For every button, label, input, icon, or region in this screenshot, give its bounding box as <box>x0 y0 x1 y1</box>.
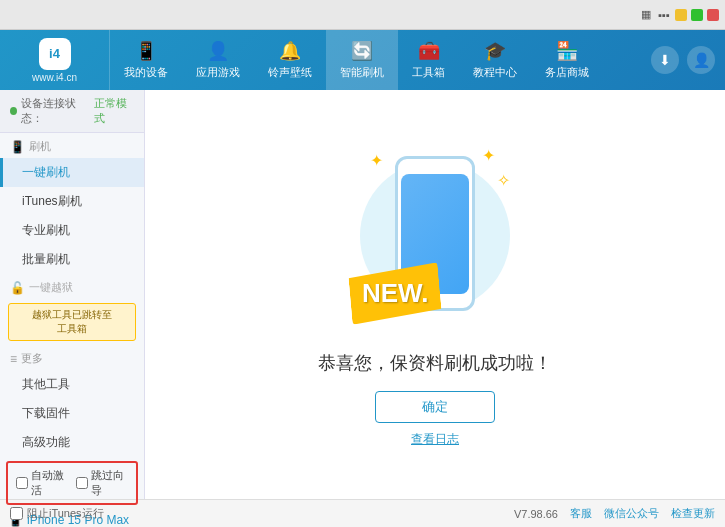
status-bar-right: V7.98.66 客服 微信公众号 检查更新 <box>514 506 715 521</box>
status-mode: 正常模式 <box>94 96 134 126</box>
new-badge: NEW. <box>348 262 442 325</box>
sidebar-section-flash: 📱 刷机 一键刷机 iTunes刷机 专业刷机 批量刷机 <box>0 133 144 274</box>
flash-section-label: 刷机 <box>29 139 51 154</box>
sidebar-section-flash-header: 📱 刷机 <box>0 133 144 158</box>
close-btn[interactable] <box>707 9 719 21</box>
sidebar-item-download-fw[interactable]: 下载固件 <box>0 399 144 428</box>
view-log-link[interactable]: 查看日志 <box>411 431 459 448</box>
device-status: 设备连接状态： 正常模式 <box>0 90 144 133</box>
sparkle-icon-2: ✦ <box>482 146 495 165</box>
status-dot <box>10 107 17 115</box>
auto-activate-checkbox[interactable] <box>16 477 28 489</box>
sidebar-item-itunes-flash[interactable]: iTunes刷机 <box>0 187 144 216</box>
toolbox-icon: 🧰 <box>418 40 440 62</box>
nav-tutorial-label: 教程中心 <box>473 65 517 80</box>
auto-activate-label: 自动激活 <box>31 468 68 498</box>
flash-section-icon: 📱 <box>10 140 25 154</box>
nav-toolbox[interactable]: 🧰 工具箱 <box>398 30 459 90</box>
logo[interactable]: i4 www.i4.cn <box>0 30 110 90</box>
nav-service-store[interactable]: 🏪 务店商城 <box>531 30 603 90</box>
sidebar-section-more: ≡ 更多 其他工具 下载固件 高级功能 <box>0 345 144 457</box>
my-device-icon: 📱 <box>135 40 157 62</box>
nav-smart-flash-label: 智能刷机 <box>340 65 384 80</box>
header-right: ⬇ 👤 <box>651 46 725 74</box>
smart-flash-icon: 🔄 <box>351 40 373 62</box>
sidebar-section-more-header: ≡ 更多 <box>0 345 144 370</box>
itunes-checkbox-label[interactable]: 阻止iTunes运行 <box>10 506 104 521</box>
header: i4 www.i4.cn 📱 我的设备 👤 应用游戏 🔔 铃声壁纸 🔄 智能刷机… <box>0 30 725 90</box>
skip-guide-checkbox-label[interactable]: 跳过向导 <box>76 468 128 498</box>
ringtone-icon: 🔔 <box>279 40 301 62</box>
sidebar-item-one-key-flash[interactable]: 一键刷机 <box>0 158 144 187</box>
nav-bar: 📱 我的设备 👤 应用游戏 🔔 铃声壁纸 🔄 智能刷机 🧰 工具箱 🎓 教程中心… <box>110 30 651 90</box>
check-update-link[interactable]: 检查更新 <box>671 506 715 521</box>
tutorial-icon: 🎓 <box>484 40 506 62</box>
sidebar-item-batch-flash[interactable]: 批量刷机 <box>0 245 144 274</box>
more-section-icon: ≡ <box>10 352 17 366</box>
content-area: ✦ ✦ ✧ NEW. 恭喜您，保资料刷机成功啦！ 确定 查看日志 <box>145 90 725 499</box>
sidebar-item-advanced[interactable]: 高级功能 <box>0 428 144 457</box>
sidebar-item-other-tools[interactable]: 其他工具 <box>0 370 144 399</box>
confirm-button[interactable]: 确定 <box>375 391 495 423</box>
jailbreak-section-icon: 🔓 <box>10 281 25 295</box>
nav-apps-games[interactable]: 👤 应用游戏 <box>182 30 254 90</box>
skip-guide-checkbox[interactable] <box>76 477 88 489</box>
wifi-icon: ▦ <box>639 8 653 22</box>
signal-icon: ▪▪▪ <box>657 8 671 22</box>
nav-apps-games-label: 应用游戏 <box>196 65 240 80</box>
version-text: V7.98.66 <box>514 508 558 520</box>
sidebar-jailbreak-notice: 越狱工具已跳转至工具箱 <box>8 303 136 341</box>
nav-ringtone[interactable]: 🔔 铃声壁纸 <box>254 30 326 90</box>
wechat-link[interactable]: 微信公众号 <box>604 506 659 521</box>
sparkle-icon-3: ✧ <box>497 171 510 190</box>
sidebar-section-jailbreak-header: 🔓 一键越狱 <box>0 274 144 299</box>
download-btn[interactable]: ⬇ <box>651 46 679 74</box>
itunes-label: 阻止iTunes运行 <box>27 506 104 521</box>
top-bar: ▦ ▪▪▪ <box>0 0 725 30</box>
logo-url: www.i4.cn <box>32 72 77 83</box>
user-btn[interactable]: 👤 <box>687 46 715 74</box>
minimize-btn[interactable] <box>675 9 687 21</box>
main-layout: 设备连接状态： 正常模式 📱 刷机 一键刷机 iTunes刷机 专业刷机 批量刷… <box>0 90 725 499</box>
status-bar-left: 阻止iTunes运行 <box>10 506 498 521</box>
apps-games-icon: 👤 <box>207 40 229 62</box>
auto-activate-checkbox-label[interactable]: 自动激活 <box>16 468 68 498</box>
nav-my-device[interactable]: 📱 我的设备 <box>110 30 182 90</box>
nav-ringtone-label: 铃声壁纸 <box>268 65 312 80</box>
service-store-icon: 🏪 <box>556 40 578 62</box>
nav-tutorial[interactable]: 🎓 教程中心 <box>459 30 531 90</box>
maximize-btn[interactable] <box>691 9 703 21</box>
customer-service-link[interactable]: 客服 <box>570 506 592 521</box>
nav-service-store-label: 务店商城 <box>545 65 589 80</box>
itunes-checkbox[interactable] <box>10 507 23 520</box>
nav-toolbox-label: 工具箱 <box>412 65 445 80</box>
sidebar-item-pro-flash[interactable]: 专业刷机 <box>0 216 144 245</box>
skip-guide-label: 跳过向导 <box>91 468 128 498</box>
nav-smart-flash[interactable]: 🔄 智能刷机 <box>326 30 398 90</box>
checkbox-row: 自动激活 跳过向导 <box>6 461 138 505</box>
nav-my-device-label: 我的设备 <box>124 65 168 80</box>
logo-icon: i4 <box>39 38 71 70</box>
sparkle-icon-1: ✦ <box>370 151 383 170</box>
new-badge-text: NEW. <box>362 278 428 309</box>
sidebar-section-jailbreak: 🔓 一键越狱 越狱工具已跳转至工具箱 <box>0 274 144 345</box>
success-message: 恭喜您，保资料刷机成功啦！ <box>318 351 552 375</box>
status-label: 设备连接状态： <box>21 96 90 126</box>
more-section-label: 更多 <box>21 351 43 366</box>
success-illustration: ✦ ✦ ✧ NEW. <box>345 141 525 341</box>
sidebar: 设备连接状态： 正常模式 📱 刷机 一键刷机 iTunes刷机 专业刷机 批量刷… <box>0 90 145 499</box>
jailbreak-section-label: 一键越狱 <box>29 280 73 295</box>
